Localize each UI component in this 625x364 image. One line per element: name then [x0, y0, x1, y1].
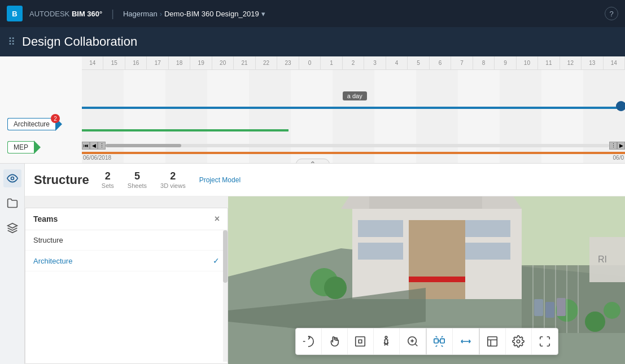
- svg-point-18: [324, 277, 347, 299]
- svg-text:RI: RI: [598, 255, 607, 264]
- date-19: 19: [190, 56, 212, 69]
- svg-point-43: [517, 340, 520, 343]
- timeline-grid: 14 15 16 17 18 19 20 21 22 23 0 1 2 3 4 …: [82, 56, 625, 163]
- sheets-button[interactable]: [480, 328, 506, 354]
- struct-stats: 2 Sets 5 Sheets 2 3D views Project Model: [102, 170, 241, 189]
- team-structure-name: Structure: [33, 236, 63, 244]
- folder-icon[interactable]: [3, 194, 21, 212]
- date-8: 8: [473, 56, 495, 69]
- orbit-button[interactable]: [296, 328, 322, 354]
- team-mep-label[interactable]: MEP: [7, 141, 41, 154]
- svg-marker-1: [7, 223, 17, 228]
- svg-rect-12: [409, 277, 465, 282]
- brand-name: AUTODESK BIM 360°: [29, 10, 102, 18]
- app-title: Design Collaboration: [22, 34, 137, 49]
- walk-button[interactable]: [374, 328, 400, 354]
- date-5: 5: [408, 56, 429, 69]
- date-21: 21: [234, 56, 255, 69]
- date-end: 06/0: [613, 155, 624, 161]
- svg-point-20: [585, 312, 605, 332]
- teams-scrollbar[interactable]: [223, 230, 228, 362]
- date-22: 22: [256, 56, 277, 69]
- measure-button[interactable]: [453, 328, 479, 354]
- arch-right-dot: [616, 101, 625, 111]
- date-14: 14: [82, 56, 103, 69]
- date-16: 16: [125, 56, 147, 69]
- svg-rect-39: [440, 339, 444, 343]
- settings-button[interactable]: [506, 328, 532, 354]
- main-content: Structure 2 Sets 5 Sheets 2 3D views Pro…: [0, 164, 625, 364]
- scroll-handle-right[interactable]: ⋮: [609, 142, 617, 150]
- header-divider: |: [111, 8, 114, 20]
- pan-button[interactable]: [322, 328, 348, 354]
- svg-rect-30: [534, 299, 543, 316]
- sheets-num: 5: [128, 170, 147, 182]
- teams-header: Teams ×: [25, 208, 228, 230]
- scroll-start-btn[interactable]: ⏮: [82, 142, 90, 150]
- svg-rect-32: [557, 298, 566, 316]
- stat-sheets: 5 Sheets: [128, 170, 147, 189]
- explode-button[interactable]: [427, 328, 453, 354]
- architecture-check-icon: ✓: [213, 256, 220, 265]
- svg-rect-7: [409, 220, 465, 299]
- view-group: [480, 328, 558, 354]
- breadcrumb-company: Hagerman: [123, 10, 158, 18]
- sets-label: Sets: [102, 182, 114, 189]
- scroll-prev-btn[interactable]: ◀: [90, 142, 98, 150]
- date-2: 2: [343, 56, 364, 69]
- views-label: 3D views: [160, 182, 186, 189]
- teams-scrollbar-thumb: [223, 230, 228, 283]
- teams-panel: Teams × Structure Architecture ✓: [25, 208, 228, 364]
- team-item-structure[interactable]: Structure: [25, 230, 228, 251]
- date-13: 13: [582, 56, 603, 69]
- mep-label-text: MEP: [7, 141, 34, 154]
- svg-rect-33: [356, 337, 365, 347]
- sheets-label: Sheets: [128, 182, 147, 189]
- fit-view-button[interactable]: [348, 328, 374, 354]
- date-14b: 14: [604, 56, 625, 69]
- breadcrumb-dropdown[interactable]: ▾: [261, 10, 265, 18]
- stat-3dviews: 2 3D views: [160, 170, 186, 189]
- tools-group: [427, 328, 480, 354]
- timeline-tooltip: a day: [343, 91, 367, 100]
- svg-point-34: [385, 336, 387, 339]
- svg-rect-10: [465, 220, 510, 237]
- date-10: 10: [517, 56, 538, 69]
- team-item-architecture[interactable]: Architecture ✓: [25, 251, 228, 271]
- scroll-track[interactable]: [106, 144, 609, 147]
- project-model-link[interactable]: Project Model: [199, 176, 241, 184]
- scroll-thumb: [106, 144, 181, 147]
- date-7: 7: [451, 56, 473, 69]
- arch-badge: 2: [51, 114, 60, 123]
- teams-close-button[interactable]: ×: [215, 214, 220, 224]
- teams-title: Teams: [33, 214, 58, 223]
- date-12: 12: [560, 56, 582, 69]
- grid-icon[interactable]: ⠿: [8, 36, 15, 48]
- date-11: 11: [538, 56, 560, 69]
- struct-title: Structure: [34, 173, 89, 187]
- date-1: 1: [321, 56, 342, 69]
- timeline-header: 14 15 16 17 18 19 20 21 22 23 0 1 2 3 4 …: [82, 56, 625, 70]
- nav-group: [296, 328, 427, 354]
- team-arch-label[interactable]: Architecture 2: [7, 117, 62, 131]
- timeline-scrollbar[interactable]: ⏮ ◀ ⋮ ⋮ ▶: [82, 142, 625, 150]
- visibility-icon[interactable]: [3, 169, 21, 187]
- svg-rect-38: [434, 339, 438, 343]
- sets-num: 2: [102, 170, 114, 182]
- date-3: 3: [364, 56, 386, 69]
- breadcrumb-sep: ›: [160, 10, 162, 18]
- fullscreen-button[interactable]: [532, 328, 558, 354]
- layers-icon[interactable]: [3, 219, 21, 237]
- date-6: 6: [430, 56, 451, 69]
- mep-timeline-bar: [82, 129, 289, 131]
- zoom-button[interactable]: [400, 328, 426, 354]
- svg-point-21: [604, 302, 620, 319]
- scroll-handle-left[interactable]: ⋮: [98, 142, 106, 150]
- collapse-handle[interactable]: ⇕: [296, 159, 330, 164]
- timeline-bottom-dates: 06/06/2018 06/0: [82, 155, 625, 161]
- scroll-next-btn[interactable]: ▶: [617, 142, 625, 150]
- date-9: 9: [495, 56, 516, 69]
- timeline-area: Architecture 2 MEP Structure 14 15 16 17…: [0, 56, 625, 164]
- help-button[interactable]: ?: [605, 7, 618, 20]
- date-20: 20: [212, 56, 234, 69]
